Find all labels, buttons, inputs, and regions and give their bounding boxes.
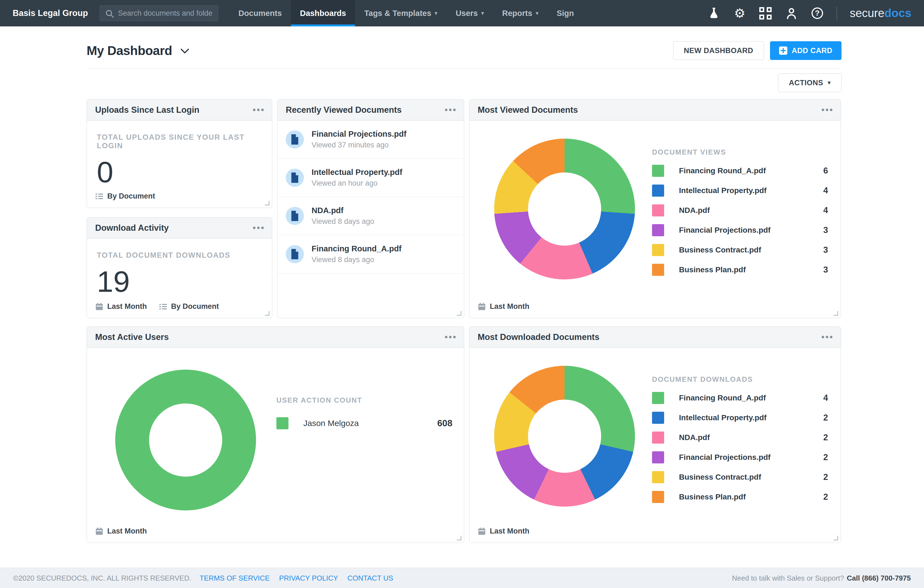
document-icon <box>286 130 304 149</box>
document-name: Intellectual Property.pdf <box>312 168 402 177</box>
last-month-filter: Last Month <box>478 302 530 311</box>
donut-hole <box>528 172 601 246</box>
dashboard-header: My Dashboard NEW DASHBOARD ADD CARD <box>87 41 842 60</box>
nav-items: Documents Dashboards Tags & Templates▾ U… <box>229 0 583 26</box>
card-menu-icon[interactable] <box>442 333 456 341</box>
by-document-filter: By Document <box>159 302 219 311</box>
recently-viewed-card: Recently Viewed Documents Financial Proj… <box>277 99 464 318</box>
card-grid: Uploads Since Last Login TOTAL UPLOADS S… <box>87 99 842 543</box>
recent-document-row[interactable]: Intellectual Property.pdf Viewed an hour… <box>277 159 464 197</box>
recent-document-row[interactable]: Financial Projections.pdf Viewed 37 minu… <box>277 121 464 159</box>
nav-item-documents[interactable]: Documents <box>229 0 291 26</box>
list-icon <box>95 192 103 200</box>
legend-row: Intellectual Property.pdf4 <box>652 185 828 197</box>
privacy-policy-link[interactable]: PRIVACY POLICY <box>279 574 338 583</box>
card-menu-icon[interactable] <box>442 106 456 114</box>
account-name: Basis Legal Group <box>13 0 88 26</box>
chevron-down-icon: ▾ <box>434 10 437 17</box>
flask-icon[interactable] <box>707 7 721 20</box>
card-resize-handle[interactable] <box>457 536 462 540</box>
nav-item-reports[interactable]: Reports▾ <box>493 0 548 26</box>
document-viewed-time: Viewed 8 days ago <box>312 256 401 264</box>
calendar-icon <box>95 527 103 535</box>
metric-value: 19 <box>97 267 262 296</box>
legend-row: Business Contract.pdf2 <box>652 471 828 483</box>
support-phone: Call (866) 700-7975 <box>847 574 911 582</box>
legend-row: Financial Projections.pdf3 <box>652 224 828 236</box>
most-downloaded-donut-chart <box>494 366 635 507</box>
card-resize-handle[interactable] <box>457 311 462 316</box>
recent-document-row[interactable]: NDA.pdf Viewed 8 days ago <box>277 197 464 235</box>
legend-row: Financial Projections.pdf2 <box>652 451 828 463</box>
chart-legend: DOCUMENT DOWNLOADS Financing Round_A.pdf… <box>652 375 828 511</box>
plus-icon <box>779 46 787 55</box>
help-icon[interactable]: ? <box>811 7 824 20</box>
legend-swatch <box>652 224 664 236</box>
document-viewed-time: Viewed 37 minutes ago <box>312 141 406 149</box>
card-menu-icon[interactable] <box>250 224 264 232</box>
nav-item-users[interactable]: Users▾ <box>447 0 493 26</box>
card-resize-handle[interactable] <box>265 201 269 205</box>
legend-swatch <box>652 412 664 424</box>
actions-button[interactable]: ACTIONS▾ <box>778 73 842 92</box>
card-resize-handle[interactable] <box>833 311 838 316</box>
terms-of-service-link[interactable]: TERMS OF SERVICE <box>200 574 270 583</box>
chevron-down-icon: ▾ <box>536 10 539 17</box>
card-resize-handle[interactable] <box>833 536 838 540</box>
card-resize-handle[interactable] <box>265 311 269 316</box>
contact-us-link[interactable]: CONTACT US <box>347 574 393 583</box>
chevron-down-icon: ▾ <box>481 10 484 17</box>
calendar-icon <box>95 302 103 311</box>
legend-row: Financing Round_A.pdf4 <box>652 392 828 404</box>
search-icon <box>105 9 114 18</box>
search-input[interactable] <box>99 5 218 21</box>
legend-row: Jason Melgoza608 <box>276 417 452 429</box>
most-viewed-card: Most Viewed Documents DOCUMENT VIEWS Fin… <box>469 99 841 318</box>
legend-title: DOCUMENT DOWNLOADS <box>652 375 828 384</box>
nav-item-sign[interactable]: Sign <box>548 0 583 26</box>
recent-document-row[interactable]: Financing Round_A.pdf Viewed 8 days ago <box>277 235 464 273</box>
page-title: My Dashboard <box>87 43 172 58</box>
gear-icon[interactable]: ⚙ <box>733 7 746 20</box>
card-menu-icon[interactable] <box>819 333 832 341</box>
dashboard-selector-chevron-icon[interactable] <box>180 48 189 55</box>
metric-label: TOTAL DOCUMENT DOWNLOADS <box>97 251 262 259</box>
card-title: Uploads Since Last Login <box>95 105 200 115</box>
navbar-divider <box>837 7 837 20</box>
nav-item-dashboards[interactable]: Dashboards <box>291 0 355 26</box>
legend-row: NDA.pdf4 <box>652 204 828 216</box>
securedocs-logo: securedocs <box>850 7 911 20</box>
user-icon[interactable] <box>785 7 798 20</box>
legend-title: DOCUMENT VIEWS <box>652 148 828 157</box>
document-icon <box>286 207 304 225</box>
card-title: Download Activity <box>95 223 169 233</box>
card-menu-icon[interactable] <box>819 106 832 114</box>
legend-row: Business Plan.pdf3 <box>652 264 828 276</box>
legend-swatch <box>652 244 664 256</box>
legend-swatch <box>652 451 664 463</box>
legend-swatch <box>652 165 664 177</box>
most-active-users-card: Most Active Users USER ACTION COUNT Jaso… <box>87 327 464 543</box>
chart-legend: DOCUMENT VIEWS Financing Round_A.pdf6 In… <box>652 148 828 284</box>
legend-swatch <box>652 204 664 216</box>
card-menu-icon[interactable] <box>250 106 264 114</box>
caret-down-icon: ▾ <box>827 79 831 86</box>
uploads-card: Uploads Since Last Login TOTAL UPLOADS S… <box>87 99 272 208</box>
card-title: Recently Viewed Documents <box>286 105 402 115</box>
last-month-filter: Last Month <box>95 527 147 535</box>
navbar-right: ⚙ ? securedocs <box>707 0 911 26</box>
calendar-icon <box>478 527 486 535</box>
most-active-users-donut-chart <box>115 370 256 510</box>
document-name: Financial Projections.pdf <box>312 129 406 139</box>
legend-row: NDA.pdf2 <box>652 431 828 444</box>
legend-row: Business Contract.pdf3 <box>652 244 828 256</box>
nav-item-tags-templates[interactable]: Tags & Templates▾ <box>355 0 446 26</box>
search-box <box>99 5 218 21</box>
calendar-icon <box>478 302 486 311</box>
apps-grid-icon[interactable] <box>759 7 772 20</box>
add-card-button[interactable]: ADD CARD <box>770 41 842 60</box>
new-dashboard-button[interactable]: NEW DASHBOARD <box>673 41 764 60</box>
last-month-filter: Last Month <box>478 527 530 535</box>
chart-legend: USER ACTION COUNT Jason Melgoza608 <box>276 396 452 437</box>
document-name: NDA.pdf <box>312 206 374 215</box>
